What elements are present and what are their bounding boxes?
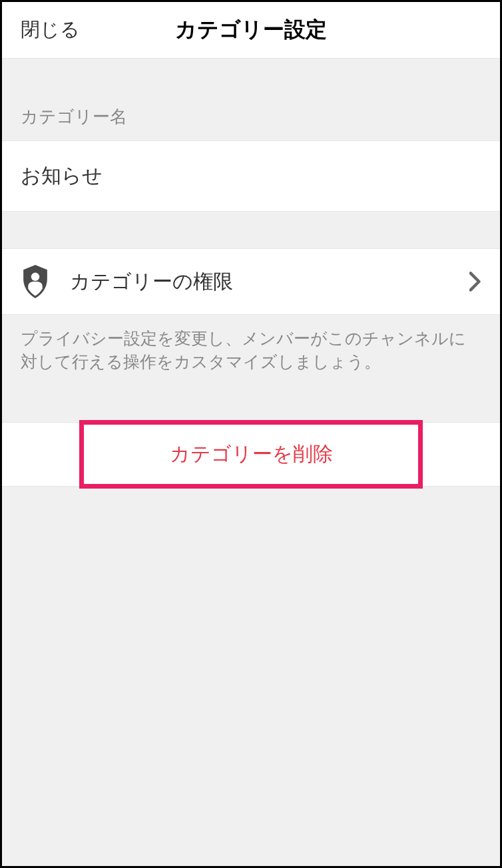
chevron-right-icon [469,272,481,292]
header: 閉じる カテゴリー設定 [2,2,500,59]
svg-point-0 [31,273,40,282]
category-name-label: カテゴリー名 [2,59,500,140]
page-title: カテゴリー設定 [175,15,327,45]
permissions-label: カテゴリーの権限 [70,268,469,296]
delete-category-button[interactable]: カテゴリーを削除 [97,441,405,468]
permissions-description: プライバシー設定を変更し、メンバーがこのチャンネルに対して行える操作をカスタマイ… [2,315,500,385]
shield-icon [21,265,50,298]
delete-section: カテゴリーを削除 [2,422,500,487]
permissions-row[interactable]: カテゴリーの権限 [2,248,500,315]
close-button[interactable]: 閉じる [21,17,80,43]
spacer [2,212,500,248]
delete-highlight: カテゴリーを削除 [79,420,423,489]
category-name-input[interactable]: お知らせ [2,140,500,212]
